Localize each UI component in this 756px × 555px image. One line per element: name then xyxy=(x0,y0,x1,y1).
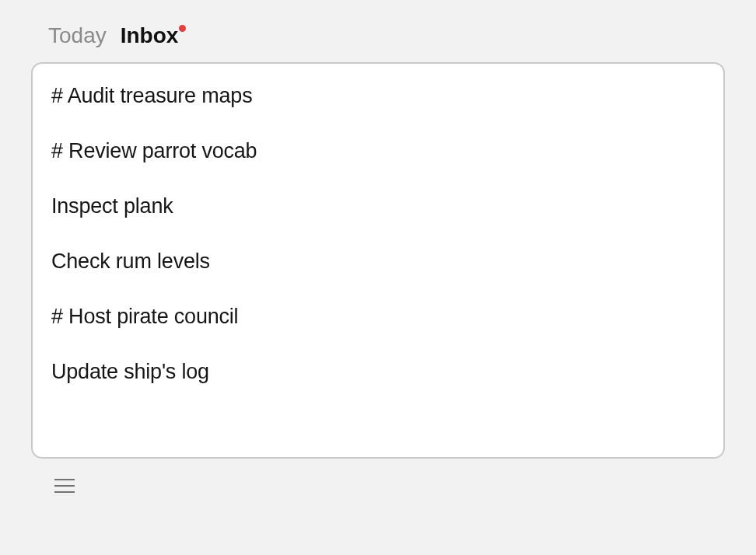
task-item[interactable]: # Audit treasure maps xyxy=(51,84,705,108)
tab-inbox[interactable]: Inbox xyxy=(121,23,186,48)
footer xyxy=(31,459,725,497)
task-item[interactable]: # Review parrot vocab xyxy=(51,139,705,163)
tab-bar: Today Inbox xyxy=(31,23,725,48)
task-item[interactable]: Check rum levels xyxy=(51,250,705,274)
task-list: # Audit treasure maps # Review parrot vo… xyxy=(51,84,705,384)
task-item[interactable]: # Host pirate council xyxy=(51,305,705,329)
task-item[interactable]: Update ship's log xyxy=(51,360,705,384)
tab-inbox-label: Inbox xyxy=(121,23,179,47)
hamburger-icon xyxy=(53,477,76,494)
notification-dot-icon xyxy=(179,25,186,32)
task-item[interactable]: Inspect plank xyxy=(51,194,705,218)
task-card: # Audit treasure maps # Review parrot vo… xyxy=(31,62,725,459)
tab-today[interactable]: Today xyxy=(48,23,107,48)
menu-button[interactable] xyxy=(50,474,79,497)
